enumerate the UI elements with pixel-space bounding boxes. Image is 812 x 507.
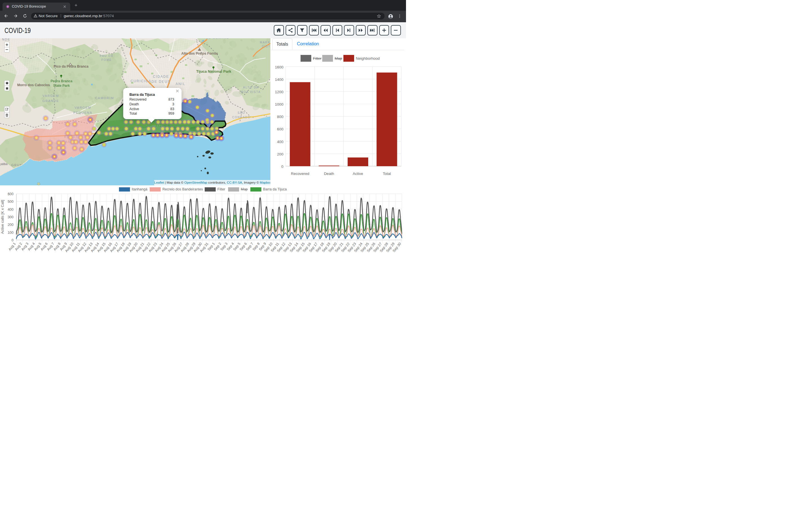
svg-text:Alto dos Pretos Forros: Alto dos Pretos Forros [181, 52, 218, 55]
svg-text:DIST: DIST [262, 45, 270, 48]
svg-text:0: 0 [281, 165, 283, 169]
svg-text:0: 0 [11, 238, 13, 242]
svg-text:200: 200 [8, 223, 13, 227]
svg-text:1200: 1200 [275, 90, 283, 94]
svg-text:Recovered: Recovered [291, 172, 309, 176]
svg-text:VARGEM: VARGEM [75, 106, 91, 109]
svg-text:DE DEUS: DE DEUS [151, 80, 170, 83]
svg-text:400: 400 [8, 208, 13, 212]
svg-text:Filter: Filter [313, 56, 322, 61]
svg-text:NDE: NDE [2, 38, 10, 41]
svg-text:600: 600 [277, 127, 283, 131]
svg-text:VARGEM: VARGEM [43, 94, 59, 98]
svg-text:BOA VISTA: BOA VISTA [241, 91, 261, 94]
svg-text:GRANDE: GRANDE [42, 99, 59, 103]
svg-text:Total: Total [383, 172, 391, 176]
svg-text:MARA: MARA [260, 41, 270, 44]
svg-text:PEQUENA: PEQUENA [73, 111, 93, 114]
svg-text:DE DENTRO: DE DENTRO [206, 38, 230, 40]
svg-text:1600: 1600 [275, 65, 283, 69]
svg-text:Active: Active [353, 172, 363, 176]
svg-text:400: 400 [277, 140, 283, 144]
svg-text:100: 100 [8, 231, 13, 235]
svg-text:CONRADO: CONRADO [232, 116, 250, 119]
svg-text:CAMORIM: CAMORIM [95, 96, 114, 100]
svg-text:ALTO DA: ALTO DA [243, 86, 259, 89]
svg-text:Morro dos Caboclos: Morro dos Caboclos [17, 83, 50, 87]
svg-text:ANIL: ANIL [175, 82, 186, 86]
svg-text:800: 800 [277, 115, 283, 119]
svg-text:State Park: State Park [53, 83, 70, 88]
svg-text:1000: 1000 [275, 102, 283, 107]
svg-text:SÃO: SÃO [238, 111, 245, 114]
svg-text:Pedra Branca: Pedra Branca [50, 79, 72, 83]
svg-text:PAU DA: PAU DA [100, 54, 114, 57]
svg-text:çatiba: çatiba [0, 162, 8, 166]
svg-text:Active calls [K x Call]: Active calls [K x Call] [0, 200, 4, 234]
svg-text:Neighborhood: Neighborhood [356, 56, 380, 61]
svg-text:500: 500 [8, 200, 13, 204]
svg-text:600: 600 [8, 192, 13, 196]
svg-text:CURICICA: CURICICA [131, 79, 151, 83]
svg-text:1400: 1400 [275, 77, 283, 82]
svg-text:CIDADE: CIDADE [153, 75, 169, 78]
svg-text:300: 300 [8, 215, 13, 219]
svg-text:Tijuca National Park: Tijuca National Park [196, 69, 232, 73]
svg-text:FOME: FOME [101, 58, 112, 61]
svg-text:200: 200 [277, 152, 283, 156]
svg-text:Map: Map [335, 56, 342, 61]
svg-text:Death: Death [324, 172, 334, 176]
